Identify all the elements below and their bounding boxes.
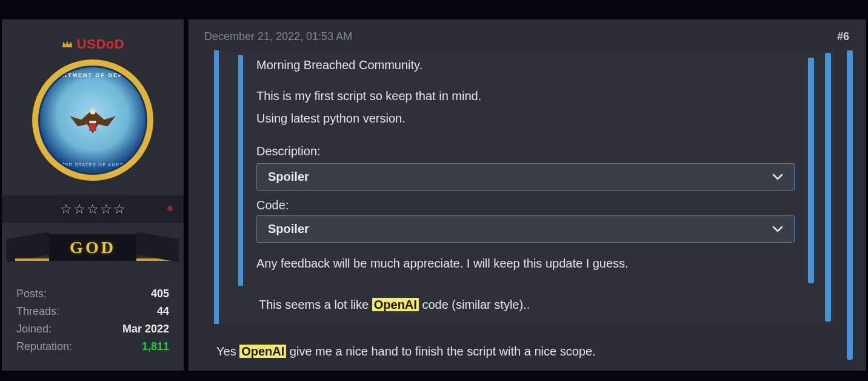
star-icon: ☆ (73, 201, 85, 217)
stat-value: 44 (157, 305, 169, 318)
chevron-down-icon (772, 222, 783, 236)
post-line: Morning Breached Community. (256, 55, 812, 75)
avatar-seal: DEPARTMENT OF DEFENSE UNITED STATES OF A… (38, 66, 147, 175)
username-row[interactable]: USDoD (61, 19, 124, 59)
text-segment: code (similar style).. (419, 298, 530, 311)
post-body: Morning Breached Community. This is my f… (204, 50, 855, 359)
stat-label: Reputation: (16, 340, 72, 353)
stat-joined: Joined: Mar 2022 (16, 320, 169, 338)
rating-strip: ☆ ☆ ☆ ☆ ☆ (2, 195, 184, 223)
star-icon: ☆ (60, 201, 72, 217)
scrollbar-icon[interactable] (825, 53, 831, 322)
rank-label: GOD (70, 238, 116, 257)
post-number[interactable]: #6 (837, 30, 849, 43)
quote-reply-line: This seems a lot like OpenAI code (simil… (232, 294, 829, 312)
text-segment: give me a nice hand to finish the script… (286, 345, 595, 358)
chevron-down-icon (772, 170, 783, 184)
scrollbar-icon[interactable] (808, 58, 814, 283)
svg-point-0 (90, 109, 95, 114)
star-icon: ☆ (113, 201, 125, 217)
status-dot-icon (167, 206, 173, 211)
stat-value: 405 (151, 288, 169, 300)
user-stats: Posts: 405 Threads: 44 Joined: Mar 2022 … (2, 274, 184, 368)
username-text: USDoD (77, 36, 124, 52)
avatar[interactable]: DEPARTMENT OF DEFENSE UNITED STATES OF A… (32, 59, 153, 181)
stat-label: Posts: (16, 288, 47, 300)
author-reply-line: Yes OpenAI give me a nice hand to finish… (204, 324, 855, 359)
post-container: USDoD DEPARTMENT OF DEFENSE UNITED STATE… (0, 19, 868, 371)
seal-top-text: DEPARTMENT OF DEFENSE (40, 72, 145, 78)
code-label: Code: (256, 195, 812, 215)
rank-banner: GOD (2, 223, 184, 274)
text-segment: Yes (216, 345, 239, 358)
quote-outer: Morning Breached Community. This is my f… (214, 50, 835, 324)
highlight-openai: OpenAI (239, 345, 286, 358)
spoiler-label: Spoiler (268, 222, 309, 236)
post-line: Using latest python version. (256, 109, 812, 129)
text-segment: This seems a lot like (259, 298, 372, 311)
crown-icon (61, 39, 73, 49)
spoiler-toggle[interactable]: Spoiler (256, 163, 795, 190)
stat-threads: Threads: 44 (16, 303, 169, 320)
star-icon: ☆ (87, 201, 99, 217)
spoiler-label: Spoiler (268, 170, 309, 184)
stat-reputation: Reputation: 1,811 (16, 338, 169, 356)
post-header: December 21, 2022, 01:53 AM #6 (189, 19, 866, 50)
highlight-openai: OpenAI (372, 298, 419, 311)
stat-value: Mar 2022 (122, 323, 169, 335)
star-icon: ☆ (100, 201, 112, 217)
stat-posts: Posts: 405 (16, 285, 169, 303)
post-area: December 21, 2022, 01:53 AM #6 Morning B… (189, 19, 866, 371)
post-line: This is my first script so keep that in … (256, 86, 812, 106)
page-topbar (0, 0, 868, 19)
stat-value[interactable]: 1,811 (142, 340, 169, 353)
post-timestamp[interactable]: December 21, 2022, 01:53 AM (204, 30, 352, 43)
quote-inner: Morning Breached Community. This is my f… (238, 55, 818, 286)
description-label: Description: (256, 144, 812, 158)
scrollbar-icon[interactable] (847, 50, 853, 360)
user-panel: USDoD DEPARTMENT OF DEFENSE UNITED STATE… (2, 19, 184, 371)
seal-bottom-text: UNITED STATES OF AMERICA (40, 163, 145, 167)
stat-label: Joined: (16, 323, 52, 335)
eagle-icon (64, 101, 121, 143)
feedback-line: Any feedback will be much appreciate. I … (256, 254, 812, 274)
stat-label: Threads: (16, 305, 59, 318)
spoiler-toggle[interactable]: Spoiler (256, 215, 795, 243)
